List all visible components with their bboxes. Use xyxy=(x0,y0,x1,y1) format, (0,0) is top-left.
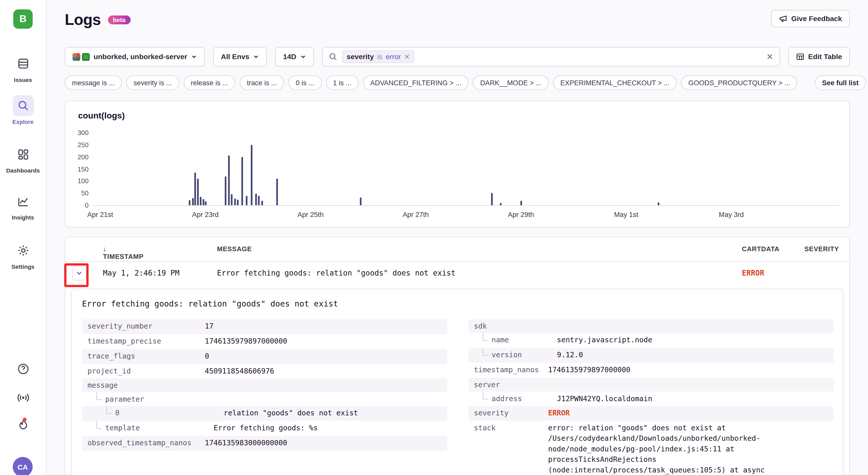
filter-chip-row: message is ...severity is ...release is … xyxy=(65,75,866,90)
user-avatar[interactable]: CA xyxy=(13,457,32,475)
chart-bar xyxy=(246,196,247,205)
attribute-row: project_id4509118548606976 xyxy=(82,364,447,379)
attribute-key: sdk xyxy=(474,321,487,331)
org-logo[interactable]: B xyxy=(13,9,32,29)
remove-token-icon[interactable]: ✕ xyxy=(404,53,410,61)
attribute-row: severityERROR xyxy=(468,406,834,421)
tree-connector xyxy=(96,421,102,429)
chart-bar xyxy=(197,179,199,205)
tree-connector xyxy=(483,348,488,356)
help-button[interactable] xyxy=(0,362,46,376)
attribute-table-right: sdknamesentry.javascript.nodeversion9.12… xyxy=(468,319,834,475)
attribute-key: name xyxy=(492,335,509,345)
give-feedback-button[interactable]: Give Feedback xyxy=(771,10,850,27)
filter-chip[interactable]: EXPERIMENTAL_CHECKOUT > ... xyxy=(553,75,677,90)
search-input[interactable]: severity is error ✕ ✕ xyxy=(322,47,780,66)
chart-bar xyxy=(520,201,522,205)
filter-chip[interactable]: 1 is ... xyxy=(326,75,359,90)
filter-chip[interactable]: message is ... xyxy=(65,75,122,90)
attribute-value: 4509118548606976 xyxy=(205,366,442,376)
x-tick-label: Apr 27th xyxy=(403,211,429,219)
tree-connector xyxy=(96,392,102,400)
y-tick-label: 50 xyxy=(68,189,88,197)
attribute-key: message xyxy=(87,381,118,390)
column-header-message[interactable]: MESSAGE xyxy=(217,245,252,253)
sidebar-item-settings[interactable]: Settings xyxy=(0,240,46,270)
expand-row-button[interactable] xyxy=(72,266,86,281)
attribute-value: 0 xyxy=(205,351,442,362)
project-selector[interactable]: unborked, unborked-server xyxy=(65,47,205,66)
chart-bar xyxy=(234,198,236,205)
chart-bar xyxy=(276,179,278,205)
filter-chip[interactable]: severity is ... xyxy=(126,75,179,90)
environment-selector[interactable]: All Envs xyxy=(213,47,267,66)
notification-dot xyxy=(22,418,26,421)
chart-plot: 050100150200250300Apr 21stApr 23rdApr 25… xyxy=(65,101,849,227)
chevron-down-icon xyxy=(300,54,306,60)
attribute-value: 9.12.0 xyxy=(557,350,828,361)
log-message: Error fetching goods: relation "goods" d… xyxy=(217,268,456,277)
chart-bar xyxy=(255,194,257,205)
log-detail-panel: Error fetching goods: relation "goods" d… xyxy=(71,289,843,475)
whats-new-button[interactable] xyxy=(0,419,46,432)
column-header-cartdata[interactable]: CARTDATA xyxy=(742,245,779,253)
filter-chip[interactable]: GOODS_PRODUCTQUERY > ... xyxy=(681,75,797,90)
filter-chip[interactable]: 0 is ... xyxy=(288,75,321,90)
chart-bar xyxy=(658,202,660,205)
chart-bar xyxy=(192,198,194,205)
chart-bar xyxy=(491,193,493,205)
filter-chips: message is ...severity is ...release is … xyxy=(65,75,810,90)
sort-desc-icon: ↓ xyxy=(103,245,106,253)
column-header-severity[interactable]: SEVERITY xyxy=(805,245,839,253)
chart-bar xyxy=(228,156,230,205)
date-range-selector[interactable]: 14D xyxy=(275,47,314,66)
filter-chip[interactable]: release is ... xyxy=(184,75,236,90)
log-timestamp: May 1, 2:46:19 PM xyxy=(103,268,179,277)
page-header: Logs beta xyxy=(65,11,130,29)
attribute-value: 1746135983000000000 xyxy=(205,438,442,449)
filter-chip[interactable]: DARK__MODE > ... xyxy=(473,75,549,90)
help-icon xyxy=(16,362,29,376)
attribute-row: addressJ12PWN42YQ.localdomain xyxy=(468,391,834,406)
clear-search-icon[interactable]: ✕ xyxy=(767,52,773,62)
log-row[interactable]: May 1, 2:46:19 PM Error fetching goods: … xyxy=(65,262,849,285)
chart-bar xyxy=(261,201,263,205)
x-tick-label: May 1st xyxy=(614,211,638,219)
attribute-row: timestamp_precise1746135979897000000 xyxy=(82,334,447,349)
sidebar-item-dashboards[interactable]: Dashboards xyxy=(0,144,46,174)
tree-connector xyxy=(483,391,488,399)
sidebar-item-label: Insights xyxy=(12,214,34,221)
beta-badge: beta xyxy=(108,15,130,24)
sidebar-item-insights[interactable]: Insights xyxy=(0,191,46,221)
search-token[interactable]: severity is error ✕ xyxy=(342,50,414,63)
edit-table-button[interactable]: Edit Table xyxy=(788,47,850,66)
attribute-value: 1746135979897000000 xyxy=(548,365,828,375)
chevron-down-icon xyxy=(75,269,83,277)
attribute-row: severity_number17 xyxy=(82,319,447,334)
see-full-list-button[interactable]: See full list xyxy=(815,75,866,90)
chart-bar xyxy=(194,173,196,205)
filter-chip[interactable]: trace is ... xyxy=(240,75,284,90)
sidebar-item-label: Dashboards xyxy=(6,167,40,174)
tree-connector xyxy=(106,406,112,414)
sidebar-item-explore[interactable]: Explore xyxy=(0,95,46,125)
attribute-table-left: severity_number17timestamp_precise174613… xyxy=(82,319,447,475)
chart-bar xyxy=(251,145,253,205)
attribute-key: timestamp_nanos xyxy=(474,365,539,374)
chart-bar xyxy=(241,157,243,205)
broadcast-button[interactable] xyxy=(0,391,46,404)
attribute-key: severity_number xyxy=(87,321,152,331)
log-severity: ERROR xyxy=(742,268,765,277)
toolbar: unborked, unborked-server All Envs 14D xyxy=(65,47,850,66)
attribute-row: observed_timestamp_nanos1746135983000000… xyxy=(82,436,447,451)
page-title: Logs xyxy=(65,11,100,29)
column-header-timestamp[interactable]: TIMESTAMP ↓ xyxy=(103,245,106,253)
gear-icon xyxy=(12,240,33,261)
attribute-value: ERROR xyxy=(548,409,828,419)
broadcast-icon xyxy=(16,391,29,404)
table-header: TIMESTAMP ↓ MESSAGE CARTDATA SEVERITY xyxy=(65,237,849,262)
x-tick-label: Apr 21st xyxy=(87,211,113,219)
sidebar-item-issues[interactable]: Issues xyxy=(0,53,46,83)
filter-chip[interactable]: ADVANCED_FILTERING > ... xyxy=(363,75,468,90)
chart-bar xyxy=(360,197,361,205)
